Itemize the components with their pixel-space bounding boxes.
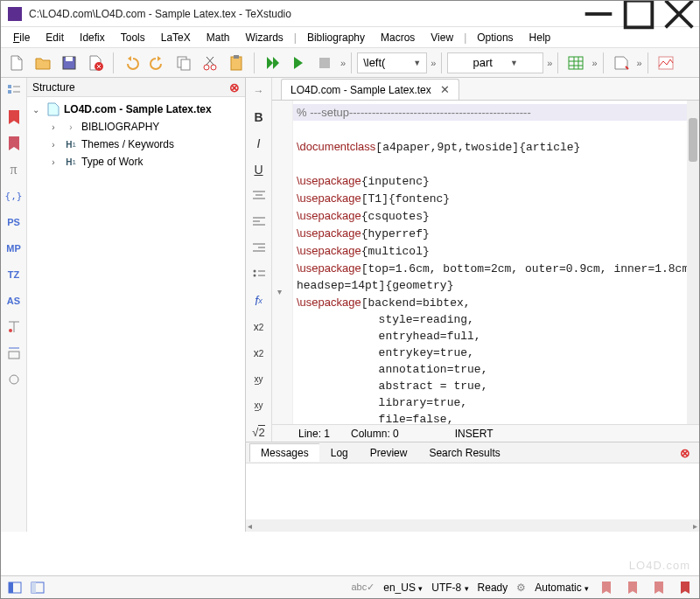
copy-button[interactable]: [172, 51, 196, 75]
minimize-button[interactable]: [578, 1, 619, 27]
indent-icon[interactable]: →: [248, 81, 270, 101]
compile-button[interactable]: [286, 51, 311, 75]
view-pdf-button[interactable]: [609, 51, 634, 75]
toolbar-overflow-2[interactable]: »: [430, 58, 436, 68]
function-icon[interactable]: fx: [248, 291, 270, 310]
menu-bibliography[interactable]: Bibliography: [300, 30, 372, 45]
bookmark1-icon[interactable]: [4, 108, 24, 127]
paste-button[interactable]: [224, 51, 248, 75]
symbol-panel-1-icon[interactable]: [4, 317, 24, 337]
tikz-icon[interactable]: TZ: [4, 265, 24, 284]
list-icon[interactable]: [248, 265, 270, 284]
menu-edit[interactable]: Edit: [38, 30, 71, 45]
menu-options[interactable]: Options: [470, 30, 520, 45]
close-file-button[interactable]: [83, 51, 108, 75]
toolbar-overflow-4[interactable]: »: [592, 58, 597, 68]
pstricks-icon[interactable]: PS: [4, 212, 24, 232]
structure-tree[interactable]: ⌄ LO4D.com - Sample Latex.tex › › BIBLIO…: [27, 97, 245, 174]
panel-toggle-1-icon[interactable]: [6, 579, 24, 596]
search-results-tab[interactable]: Search Results: [417, 443, 511, 462]
marker-1-icon[interactable]: [598, 579, 615, 596]
maximize-button[interactable]: [619, 1, 659, 27]
underline-button[interactable]: U: [248, 160, 270, 179]
collapse-icon[interactable]: ⌄: [31, 105, 41, 115]
insert-table-button[interactable]: [564, 51, 588, 75]
menu-latex[interactable]: LaTeX: [154, 30, 198, 45]
structure-view-icon[interactable]: [4, 81, 24, 101]
pi-symbol-icon[interactable]: π: [4, 160, 24, 179]
close-tab-icon[interactable]: ✕: [440, 83, 450, 96]
scrollbar-thumb[interactable]: [689, 118, 697, 162]
fold-marker-icon[interactable]: ▾: [277, 287, 282, 296]
align-right-icon[interactable]: [248, 239, 270, 258]
encoding-selector[interactable]: UTF-8 ▾: [431, 582, 468, 594]
menu-idefix[interactable]: Idefix: [73, 30, 112, 45]
log-tab[interactable]: Log: [319, 443, 360, 462]
expand-icon[interactable]: ›: [48, 157, 59, 167]
bookmark2-icon[interactable]: [4, 134, 24, 153]
menu-macros[interactable]: Macros: [374, 30, 422, 45]
tree-item[interactable]: › › BIBLIOGRAPHY: [31, 118, 242, 136]
section-combo[interactable]: part▼: [447, 52, 543, 73]
save-button[interactable]: [57, 51, 81, 75]
marker-4-icon[interactable]: [676, 579, 694, 596]
italic-button[interactable]: I: [248, 134, 270, 153]
undo-button[interactable]: [119, 51, 144, 75]
insert-graphic-button[interactable]: [654, 51, 678, 75]
cut-button[interactable]: [198, 51, 222, 75]
language-selector[interactable]: en_US ▾: [383, 582, 423, 594]
gear-icon[interactable]: ⚙: [516, 582, 526, 594]
symbol-panel-3-icon[interactable]: [4, 370, 24, 389]
vertical-scrollbar[interactable]: [687, 101, 699, 424]
menu-wizards[interactable]: Wizards: [238, 30, 290, 45]
sqrt-icon[interactable]: √2: [248, 422, 270, 442]
new-file-button[interactable]: [4, 51, 29, 75]
marker-2-icon[interactable]: [624, 579, 641, 596]
code-editor[interactable]: ▾ % ---setup----------------------------…: [272, 101, 699, 424]
toolbar-overflow-3[interactable]: »: [547, 58, 552, 68]
root-mode-selector[interactable]: Automatic ▾: [535, 582, 589, 594]
menu-file[interactable]: File: [6, 30, 37, 45]
open-file-button[interactable]: [31, 51, 55, 75]
marker-3-icon[interactable]: [650, 579, 668, 596]
frac-icon[interactable]: xy: [248, 396, 270, 415]
tree-item[interactable]: › H1 Type of Work: [31, 153, 242, 171]
close-messages-icon[interactable]: ⊗: [680, 446, 690, 460]
align-left-icon[interactable]: [248, 212, 270, 232]
align-center-icon[interactable]: [248, 186, 270, 205]
menu-tools[interactable]: Tools: [114, 30, 152, 45]
menu-help[interactable]: Help: [522, 30, 558, 45]
asymptote-icon[interactable]: AS: [4, 291, 24, 310]
panel-toggle-2-icon[interactable]: [29, 579, 46, 596]
frac-small-icon[interactable]: xy: [248, 370, 270, 389]
expand-icon[interactable]: ›: [48, 140, 59, 150]
menu-view[interactable]: View: [424, 30, 460, 45]
close-structure-icon[interactable]: ⊗: [229, 80, 240, 94]
build-and-view-button[interactable]: [260, 51, 284, 75]
spellcheck-icon[interactable]: abc✓: [351, 582, 374, 593]
toolbar-overflow-5[interactable]: »: [637, 58, 642, 68]
subscript-icon[interactable]: x2: [248, 317, 270, 337]
editor-tab[interactable]: LO4D.com - Sample Latex.tex ✕: [281, 79, 459, 100]
messages-tab[interactable]: Messages: [249, 443, 320, 462]
section-icon: ›: [64, 120, 78, 134]
superscript-icon[interactable]: x2: [248, 344, 270, 363]
braces-icon[interactable]: {,}: [4, 186, 24, 205]
redo-button[interactable]: [145, 51, 170, 75]
tree-root[interactable]: ⌄ LO4D.com - Sample Latex.tex: [31, 101, 242, 118]
stop-button[interactable]: [312, 51, 337, 75]
messages-content[interactable]: ◂▸: [246, 463, 699, 532]
left-delimiter-combo[interactable]: \left(▼: [357, 52, 427, 73]
horizontal-scrollbar[interactable]: ◂▸: [246, 519, 699, 532]
expand-icon[interactable]: ›: [48, 122, 59, 132]
metapost-icon[interactable]: MP: [4, 239, 24, 258]
code-content[interactable]: % ---setup------------------------------…: [297, 104, 687, 424]
close-button[interactable]: [659, 1, 699, 27]
tree-item[interactable]: › H1 Themes / Keywords: [31, 136, 242, 153]
symbol-panel-2-icon[interactable]: [4, 344, 24, 363]
bold-button[interactable]: B: [248, 108, 270, 127]
toolbar-overflow-1[interactable]: »: [340, 58, 346, 68]
svg-rect-31: [9, 352, 19, 359]
preview-tab[interactable]: Preview: [359, 443, 419, 462]
menu-math[interactable]: Math: [200, 30, 237, 45]
